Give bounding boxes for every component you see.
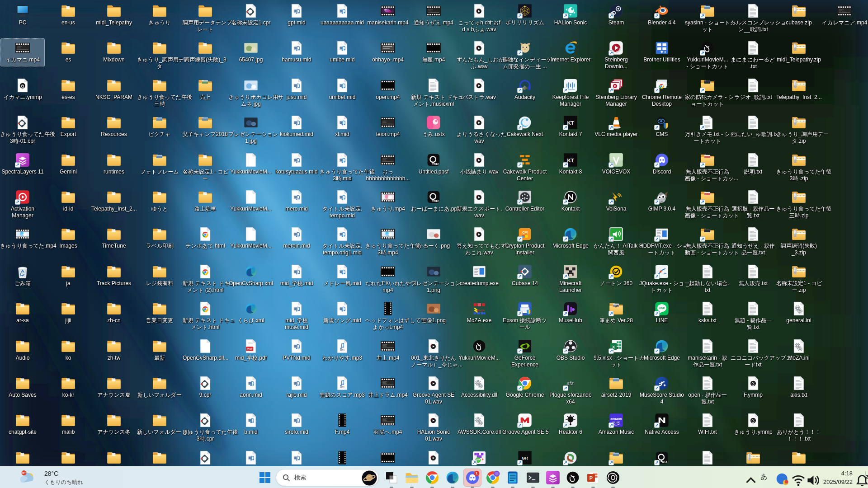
svg-text:9+: 9+ — [22, 471, 26, 475]
svg-text:P: P — [590, 475, 593, 481]
svg-text:月水金: 月水金 — [705, 192, 710, 195]
svg-text:1: 1 — [476, 471, 478, 475]
svg-text:月水金: 月水金 — [705, 155, 710, 158]
